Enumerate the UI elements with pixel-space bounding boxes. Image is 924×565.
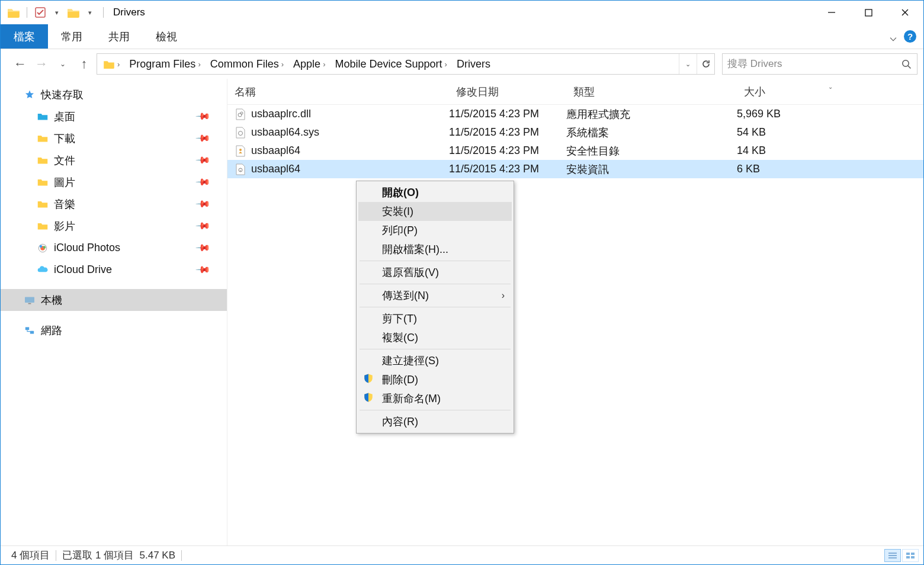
sidebar-item-icloud-photos[interactable]: iCloud Photos📌 xyxy=(1,237,227,259)
folder-icon xyxy=(36,132,49,145)
ctx-copy[interactable]: 複製(C) xyxy=(358,328,512,347)
file-row[interactable]: usbaapl64 11/5/2015 4:23 PM 安裝資訊 6 KB xyxy=(227,160,923,178)
file-row[interactable]: usbaapl64.sys 11/5/2015 4:23 PM 系統檔案 54 … xyxy=(227,123,923,142)
back-button[interactable]: ← xyxy=(11,55,29,73)
sidebar-item-videos[interactable]: 影片📌 xyxy=(1,215,227,237)
folder-icon xyxy=(66,5,81,20)
pin-icon: 📌 xyxy=(195,262,211,278)
forward-button[interactable]: → xyxy=(33,55,50,73)
ctx-rename[interactable]: 重新命名(M) xyxy=(358,389,512,408)
file-row[interactable]: usbaapl64 11/5/2015 4:23 PM 安全性目錄 14 KB xyxy=(227,142,923,160)
view-details-button[interactable] xyxy=(884,549,901,562)
shield-icon xyxy=(363,373,374,387)
tab-share[interactable]: 共用 xyxy=(95,24,143,49)
breadcrumb-item[interactable]: Common Files› xyxy=(207,54,290,74)
pin-icon: 📌 xyxy=(195,240,211,256)
column-date[interactable]: 修改日期 xyxy=(449,85,566,99)
pin-icon: 📌 xyxy=(195,152,211,169)
svg-rect-2 xyxy=(865,9,872,16)
breadcrumb-item[interactable]: Program Files› xyxy=(126,54,206,74)
sidebar-item-documents[interactable]: 文件📌 xyxy=(1,149,227,171)
ctx-delete[interactable]: 刪除(D) xyxy=(358,370,512,389)
sidebar-item-pictures[interactable]: 圖片📌 xyxy=(1,171,227,193)
help-icon[interactable]: ? xyxy=(904,30,916,43)
explorer-window: ▾ ▾ Drivers 檔案 常用 共用 檢視 ⌵ ? ← → ⌄ ↑ xyxy=(0,0,924,565)
folder-icon xyxy=(36,110,49,123)
sidebar-item-music[interactable]: 音樂📌 xyxy=(1,193,227,215)
qat-properties-icon[interactable] xyxy=(33,5,47,20)
sidebar-item-icloud-drive[interactable]: iCloud Drive📌 xyxy=(1,259,227,281)
maximize-button[interactable] xyxy=(850,1,887,24)
up-button[interactable]: ↑ xyxy=(75,55,93,73)
sys-file-icon xyxy=(235,127,246,139)
column-name[interactable]: 名稱 xyxy=(227,85,449,99)
ctx-restore[interactable]: 還原舊版(V) xyxy=(358,263,512,282)
ctx-install[interactable]: 安裝(I) xyxy=(358,202,512,221)
tab-home[interactable]: 常用 xyxy=(48,24,95,49)
breadcrumb-root-icon[interactable]: › xyxy=(100,54,126,74)
pin-icon: 📌 xyxy=(195,174,211,191)
search-icon[interactable] xyxy=(896,59,917,69)
breadcrumb-item[interactable]: Drivers xyxy=(453,54,494,74)
status-bar: 4 個項目 已選取 1 個項目 5.47 KB xyxy=(1,545,923,564)
view-thumbnails-button[interactable] xyxy=(902,549,919,562)
pin-icon: 📌 xyxy=(195,196,211,213)
ctx-shortcut[interactable]: 建立捷徑(S) xyxy=(358,351,512,370)
tab-file[interactable]: 檔案 xyxy=(1,24,48,49)
svg-point-10 xyxy=(43,246,46,249)
column-type[interactable]: 類型 xyxy=(566,85,737,99)
search-box[interactable] xyxy=(722,53,917,75)
svg-rect-12 xyxy=(28,303,31,304)
dll-file-icon xyxy=(235,108,246,120)
ctx-print[interactable]: 列印(P) xyxy=(358,221,512,240)
svg-rect-11 xyxy=(25,297,34,303)
tab-view[interactable]: 檢視 xyxy=(143,24,190,49)
breadcrumb-item[interactable]: Apple› xyxy=(290,54,331,74)
ctx-properties[interactable]: 內容(R) xyxy=(358,412,512,431)
status-selected: 已選取 1 個項目 5.47 KB xyxy=(56,548,181,562)
ribbon-tabs: 檔案 常用 共用 檢視 ⌵ ? xyxy=(1,24,923,49)
divider xyxy=(103,7,104,18)
ctx-cut[interactable]: 剪下(T) xyxy=(358,309,512,328)
menu-separator xyxy=(360,284,511,284)
sidebar-this-pc[interactable]: 本機 xyxy=(1,289,227,311)
sidebar-item-desktop[interactable]: 桌面📌 xyxy=(1,105,227,127)
ctx-open-with[interactable]: 開啟檔案(H)... xyxy=(358,240,512,259)
sidebar-network[interactable]: 網路 xyxy=(1,319,227,341)
sidebar-quick-access[interactable]: 快速存取 xyxy=(1,84,227,105)
svg-point-9 xyxy=(40,245,43,248)
pin-icon: 📌 xyxy=(195,218,211,235)
minimize-button[interactable] xyxy=(813,1,850,24)
file-row[interactable]: usbaaplrc.dll 11/5/2015 4:23 PM 應用程式擴充 5… xyxy=(227,105,923,123)
title-bar: ▾ ▾ Drivers xyxy=(1,1,923,24)
search-input[interactable] xyxy=(723,58,896,70)
cat-file-icon xyxy=(235,145,246,157)
recent-dropdown-icon[interactable]: ⌄ xyxy=(54,55,72,73)
svg-point-18 xyxy=(239,149,242,151)
close-button[interactable] xyxy=(887,1,923,24)
qat-dropdown-icon[interactable]: ▾ xyxy=(50,5,64,20)
svg-rect-24 xyxy=(911,553,915,555)
ctx-send-to[interactable]: 傳送到(N)› xyxy=(358,286,512,305)
folder-icon xyxy=(36,220,49,233)
address-dropdown-icon[interactable]: ⌄ xyxy=(679,54,697,74)
column-size[interactable]: 大小⌄ xyxy=(737,85,923,99)
menu-separator xyxy=(360,261,511,261)
navigation-bar: ← → ⌄ ↑ › Program Files› Common Files› A… xyxy=(1,49,923,79)
divider xyxy=(181,550,182,561)
sidebar-item-downloads[interactable]: 下載📌 xyxy=(1,127,227,149)
icloud-photos-icon xyxy=(36,242,49,255)
ribbon-expand-icon[interactable]: ⌵ xyxy=(890,30,897,44)
navigation-pane: 快速存取 桌面📌 下載📌 文件📌 圖片📌 音樂📌 影片📌 iCloud Phot… xyxy=(1,79,227,545)
pc-icon xyxy=(23,294,36,307)
ctx-open[interactable]: 開啟(O) xyxy=(358,183,512,202)
pin-icon: 📌 xyxy=(195,108,211,125)
qat-chevron-icon[interactable]: ▾ xyxy=(83,5,97,20)
file-list-pane: 名稱 修改日期 類型 大小⌄ usbaaplrc.dll 11/5/2015 4… xyxy=(227,79,923,545)
folder-icon xyxy=(7,5,21,20)
folder-icon xyxy=(36,176,49,189)
svg-rect-26 xyxy=(911,556,915,558)
breadcrumb-item[interactable]: Mobile Device Support› xyxy=(331,54,453,74)
address-bar[interactable]: › Program Files› Common Files› Apple› Mo… xyxy=(97,53,715,75)
refresh-button[interactable] xyxy=(697,54,714,74)
